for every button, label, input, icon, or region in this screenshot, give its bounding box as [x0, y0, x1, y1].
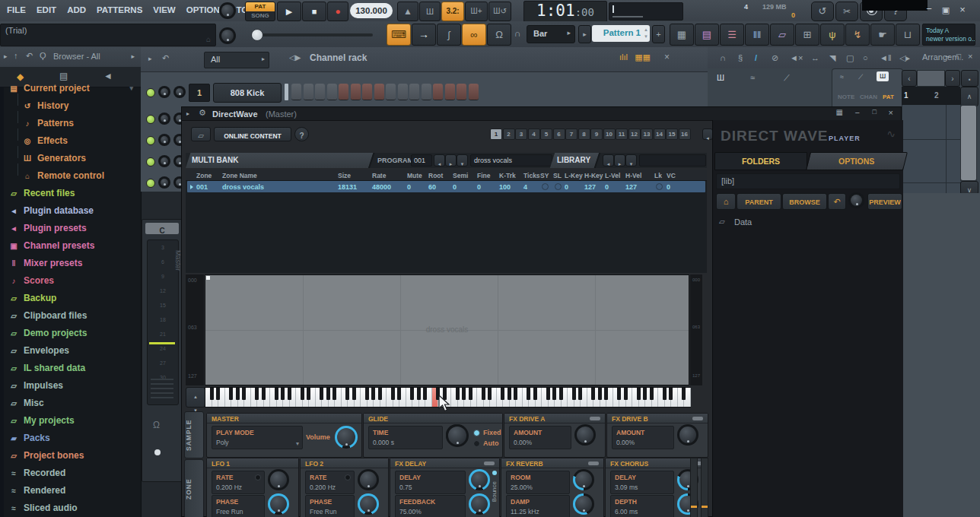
- col-header-mute[interactable]: Mute: [407, 172, 422, 179]
- mixer-pan-header[interactable]: C: [145, 223, 179, 234]
- step-cell-3[interactable]: [315, 84, 325, 100]
- step-cell-12[interactable]: [422, 84, 431, 100]
- lfo-1-phase-knob[interactable]: [268, 493, 289, 515]
- browser-toggle[interactable]: ▱: [770, 24, 794, 46]
- piano-black-key[interactable]: [501, 388, 504, 400]
- pl-tab[interactable]: ≈ ⟋ Ш NOTE CHAN PAT: [832, 68, 903, 109]
- piano-black-key[interactable]: [552, 388, 556, 400]
- dw-folder-button[interactable]: ▱: [191, 127, 211, 141]
- fx-delay-feedback-knob[interactable]: [469, 493, 490, 515]
- piano-black-key[interactable]: [352, 388, 356, 400]
- col-header-zone[interactable]: Zone: [196, 172, 212, 179]
- fx-drive-b-amount-field[interactable]: AMOUNT0.00%: [612, 426, 674, 449]
- rack-title[interactable]: Channel rack: [310, 52, 367, 63]
- channel-mute-led[interactable]: [146, 136, 155, 145]
- rack-filter-selector[interactable]: All ▸: [204, 52, 269, 68]
- piano-black-key[interactable]: [617, 388, 621, 400]
- fx-chorus-delay-field[interactable]: DELAY3.09 ms: [610, 471, 674, 494]
- piano-black-key[interactable]: [262, 388, 266, 400]
- home-button[interactable]: ⌂: [716, 193, 736, 210]
- browser-scrollbar[interactable]: [0, 87, 4, 517]
- pl-scroll-track[interactable]: [917, 70, 945, 87]
- piano-black-key[interactable]: [281, 388, 285, 400]
- playlist-empty-area[interactable]: [902, 193, 980, 517]
- step-cell-5[interactable]: [339, 84, 348, 100]
- zone-map[interactable]: dross vocals: [205, 274, 689, 385]
- dw-page-10[interactable]: 10: [603, 128, 616, 140]
- news-panel[interactable]: Today A newer version o..: [922, 24, 975, 46]
- pl-select-icon[interactable]: ▢: [846, 53, 854, 63]
- browser-item-patterns[interactable]: ♪Patterns: [0, 116, 139, 131]
- step-cell-10[interactable]: [398, 84, 408, 100]
- dw-page-9[interactable]: 9: [590, 128, 603, 140]
- pl-mute-icon[interactable]: ◄×: [790, 53, 803, 62]
- piano-black-key[interactable]: [650, 388, 654, 400]
- step-cell-16[interactable]: [469, 84, 479, 100]
- browser-item-recent-files[interactable]: ▱Recent files: [0, 186, 139, 201]
- piano-black-key[interactable]: [559, 388, 563, 400]
- lfo-1-phase-field[interactable]: PHASEFree Run: [212, 495, 265, 517]
- playlist-grid[interactable]: [902, 105, 961, 193]
- refresh-button[interactable]: ↶: [828, 193, 846, 210]
- tab-options[interactable]: OPTIONS: [806, 152, 908, 170]
- dw-page-5[interactable]: 5: [540, 128, 552, 140]
- piano-black-key[interactable]: [307, 388, 310, 400]
- kb-zoom-track-2[interactable]: [701, 458, 708, 517]
- browser-item-il-shared-data[interactable]: ▱IL shared data: [0, 360, 139, 376]
- library-name-field[interactable]: [639, 154, 706, 167]
- piano-black-key[interactable]: [332, 388, 336, 400]
- step-cell-14[interactable]: [445, 84, 455, 100]
- browser-item-backup[interactable]: ▱Backup: [0, 290, 139, 306]
- col-header-root[interactable]: Root: [428, 172, 443, 179]
- piano-black-key[interactable]: [301, 388, 304, 400]
- lfo-1-rate-knob[interactable]: [268, 469, 289, 490]
- dw-page-11[interactable]: 11: [616, 128, 628, 140]
- piano-black-key[interactable]: [326, 388, 330, 400]
- channel-knob[interactable]: [158, 155, 170, 167]
- link-toggle[interactable]: ∞: [462, 24, 486, 46]
- col-header-l-vel[interactable]: L-Vel: [605, 172, 620, 179]
- col-header-sl[interactable]: SL: [553, 172, 562, 179]
- channel-number[interactable]: 1: [189, 84, 210, 102]
- piano-black-key[interactable]: [682, 388, 686, 400]
- dw-page-13[interactable]: 13: [641, 128, 653, 140]
- col-header-vc[interactable]: VC: [667, 172, 676, 179]
- dw-page-7[interactable]: 7: [565, 128, 578, 140]
- playlist-vscrollbar[interactable]: [960, 105, 977, 181]
- dw-minimize-icon[interactable]: −: [855, 109, 860, 117]
- glide-radio-auto[interactable]: Auto: [473, 439, 499, 447]
- step-edit-button[interactable]: →: [412, 24, 436, 46]
- cell-sl-toggle[interactable]: [555, 183, 562, 190]
- fx-delay-feedback-field[interactable]: FEEDBACK75.00%: [395, 495, 466, 517]
- pl-piano-icon[interactable]: Ш: [717, 73, 724, 82]
- fx-delay-delay-field[interactable]: DELAY0.75: [395, 471, 466, 494]
- pl-tab-pat[interactable]: PAT: [883, 94, 894, 100]
- touch-button[interactable]: ☛: [870, 24, 895, 46]
- menu-edit[interactable]: EDIT: [31, 0, 62, 21]
- shuffle-slider[interactable]: [251, 33, 373, 36]
- step-cell-6[interactable]: [351, 84, 361, 100]
- pl-automation-icon[interactable]: ⟋: [784, 73, 790, 83]
- pl-zoom-icon[interactable]: ○: [863, 53, 868, 62]
- dw-close-icon[interactable]: ×: [889, 109, 893, 117]
- typing-keyboard-toggle[interactable]: ⌨: [387, 24, 411, 46]
- col-header-fine[interactable]: Fine: [477, 172, 490, 179]
- browser-item-rendered[interactable]: ≈Rendered: [0, 483, 139, 498]
- snap-selector[interactable]: Bar ▸: [527, 25, 575, 43]
- piano-black-key[interactable]: [637, 388, 641, 400]
- dropdown-arrow-icon[interactable]: ▾: [296, 440, 299, 447]
- collapse-arrow-icon[interactable]: ▾: [129, 84, 133, 92]
- glide-time-knob[interactable]: [446, 424, 469, 447]
- close-button[interactable]: ×: [956, 3, 969, 17]
- piano-roll-toggle[interactable]: ▤: [695, 24, 719, 46]
- browser-item-demo-projects[interactable]: ▱Demo projects: [0, 325, 139, 341]
- mixer-toggle[interactable]: ‖‖: [745, 24, 769, 46]
- dw-gear-icon[interactable]: ⚙: [199, 109, 206, 117]
- menu-file[interactable]: FILE: [2, 0, 31, 21]
- pl-delete-icon[interactable]: ⊘: [772, 53, 778, 63]
- loop-record-button[interactable]: Ш↺: [488, 2, 511, 21]
- col-header-sy[interactable]: SY: [540, 172, 549, 179]
- piano-black-key[interactable]: [236, 388, 240, 400]
- piano-black-key[interactable]: [669, 388, 673, 400]
- piano-black-key[interactable]: [378, 388, 382, 400]
